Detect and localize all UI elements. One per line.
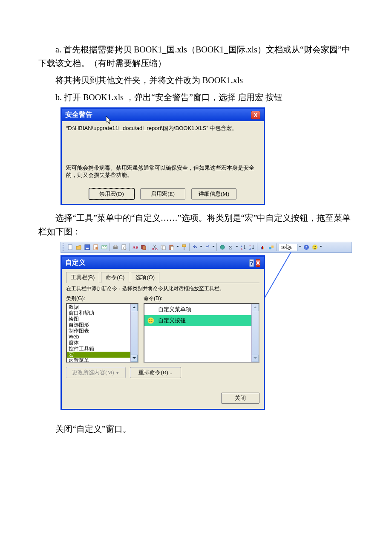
paragraph-close: 关闭“自定义”窗口。: [38, 422, 354, 436]
svg-rect-12: [143, 246, 146, 250]
category-item[interactable]: 数据: [67, 304, 130, 310]
svg-point-39: [152, 319, 153, 320]
svg-rect-2: [86, 248, 89, 249]
svg-rect-7: [114, 245, 117, 247]
format-painter-icon[interactable]: [180, 244, 187, 251]
paragraph-a: a. 首先根据需要拷贝 BOOK1_国.xls（BOOK1_国际.xls）文档或…: [38, 43, 354, 70]
scrollbar[interactable]: [130, 304, 138, 362]
zoom-dropdown-icon[interactable]: [299, 246, 301, 249]
paste-icon[interactable]: [168, 244, 175, 251]
dialog-titlebar: 安全警告 X: [62, 109, 264, 121]
category-item[interactable]: 内置菜单: [67, 358, 130, 363]
close-button[interactable]: X: [251, 111, 260, 119]
svg-rect-31: [271, 246, 274, 248]
paste-dropdown-icon[interactable]: [176, 246, 179, 249]
research-icon[interactable]: [140, 244, 147, 251]
tab-strip: 工具栏(B) 命令(C) 选项(O): [66, 272, 259, 283]
undo-dropdown-icon[interactable]: [200, 246, 202, 249]
mail-icon[interactable]: [101, 244, 108, 251]
sort-desc-icon[interactable]: ZA: [248, 244, 255, 251]
zoom-input[interactable]: 100%: [279, 244, 297, 251]
help-button[interactable]: ?: [249, 259, 254, 267]
category-item[interactable]: 自选图形: [67, 322, 130, 328]
more-info-button[interactable]: 详细信息(M): [191, 188, 236, 199]
open-icon[interactable]: [75, 244, 82, 251]
paragraph-copy: 将其拷贝到其他文件夹，并将文件改为 BOOK1.xls: [38, 73, 354, 87]
excel-toolbar-image: ABC Σ AZ ZA 100% ?: [61, 242, 354, 253]
tab-commands[interactable]: 命令(C): [101, 272, 129, 283]
save-icon[interactable]: [84, 244, 91, 251]
category-item[interactable]: Web: [67, 334, 130, 340]
scroll-down-icon[interactable]: [131, 355, 138, 362]
paragraph-b: b. 打开 BOOK1.xls ，弹出“安全警告”窗口，选择 启用宏 按钮: [38, 90, 354, 104]
close-button[interactable]: X: [256, 259, 260, 267]
chart-icon[interactable]: [259, 244, 266, 251]
svg-point-35: [314, 246, 314, 247]
scrollbar[interactable]: [251, 304, 259, 362]
redo-icon[interactable]: [204, 244, 211, 251]
category-item[interactable]: 控件工具箱: [67, 346, 130, 352]
dialog2-titlebar: 自定义 ?X: [62, 257, 264, 269]
rearrange-commands-button[interactable]: 重排命令(R)...: [130, 367, 181, 378]
category-item[interactable]: 绘图: [67, 316, 130, 322]
categories-listbox[interactable]: 数据窗口和帮助绘图自选图形制作图表Web窗体控件工具箱宏内置菜单新菜单: [66, 303, 138, 363]
disable-macros-button[interactable]: 禁用宏(D): [89, 188, 134, 199]
command-label: 自定义菜单项: [158, 306, 191, 313]
category-item[interactable]: 窗体: [67, 340, 130, 346]
svg-rect-20: [184, 247, 184, 250]
dialog2-title-text: 自定义: [65, 258, 86, 267]
blank-icon: [147, 306, 155, 313]
hint-text: 在工具栏中添加新命令：选择类别并将命令从此对话框拖放至工具栏。: [66, 286, 259, 292]
paragraph-tools: 选择“工具”菜单中的“自定义……”选项。将类别是“宏”中自定义按钮，拖至菜单栏如…: [38, 211, 354, 238]
svg-rect-16: [162, 246, 165, 250]
scroll-down-icon: [252, 355, 259, 362]
dialog-title-text: 安全警告: [65, 110, 92, 119]
customize-dialog-image: 自定义 ?X 工具栏(B) 命令(C) 选项(O) 在工具栏中添加新命令：选择类…: [61, 255, 265, 410]
category-item[interactable]: 宏: [67, 352, 130, 358]
undo-icon[interactable]: [191, 244, 199, 251]
tab-toolbars[interactable]: 工具栏(B): [66, 272, 99, 283]
preview-icon[interactable]: [120, 244, 127, 251]
svg-point-4: [95, 247, 98, 249]
categories-label: 类别(G):: [66, 295, 138, 302]
svg-text:ABC: ABC: [133, 245, 138, 250]
new-icon[interactable]: [66, 244, 74, 251]
autosum-dropdown-icon[interactable]: [236, 246, 238, 249]
svg-rect-28: [262, 246, 263, 249]
print-icon[interactable]: [112, 244, 119, 251]
copy-icon[interactable]: [159, 244, 167, 251]
svg-text:?: ?: [305, 245, 307, 250]
toolbar-handle-icon: [63, 243, 64, 251]
redo-dropdown-icon[interactable]: [212, 246, 215, 249]
scroll-up-icon[interactable]: [131, 304, 138, 311]
svg-rect-0: [68, 245, 72, 250]
svg-rect-19: [182, 245, 186, 247]
spellcheck-icon[interactable]: ABC: [131, 244, 138, 251]
enable-macros-button[interactable]: 启用宏(E): [140, 188, 185, 199]
svg-text:Z: Z: [241, 248, 242, 250]
command-custom-button[interactable]: 自定义按钮: [144, 315, 251, 326]
help-icon[interactable]: ?: [303, 244, 310, 251]
permission-icon[interactable]: [92, 244, 99, 251]
sort-asc-icon[interactable]: AZ: [239, 244, 247, 251]
hyperlink-icon[interactable]: [219, 244, 226, 251]
svg-rect-18: [171, 246, 174, 250]
svg-point-38: [150, 319, 150, 320]
command-menu-item[interactable]: 自定义菜单项: [144, 304, 251, 315]
cut-icon[interactable]: [151, 244, 158, 251]
svg-point-37: [148, 318, 154, 324]
autosum-icon[interactable]: Σ: [227, 244, 234, 251]
drawing-icon[interactable]: [268, 244, 275, 251]
close-dialog-button[interactable]: 关闭: [221, 393, 259, 404]
security-warning-dialog-image: 安全警告 X “D:\HBIAN\upgrate11i_docu\adi_rep…: [61, 107, 265, 205]
commands-listbox[interactable]: 自定义菜单项 自定义按钮: [144, 303, 259, 363]
svg-point-34: [312, 245, 317, 250]
category-item[interactable]: 制作图表: [67, 328, 130, 334]
svg-point-14: [156, 249, 157, 250]
svg-text:A: A: [249, 248, 251, 250]
custom-button-icon[interactable]: [311, 244, 318, 251]
category-item[interactable]: 窗口和帮助: [67, 310, 130, 316]
tab-options[interactable]: 选项(O): [131, 272, 159, 283]
toolbar-options-icon[interactable]: [320, 246, 322, 249]
warning-desc-text: 宏可能会携带病毒。禁用宏虽然通常可以确保安全，但如果这些宏本身是安全的，则又会损…: [66, 164, 259, 179]
